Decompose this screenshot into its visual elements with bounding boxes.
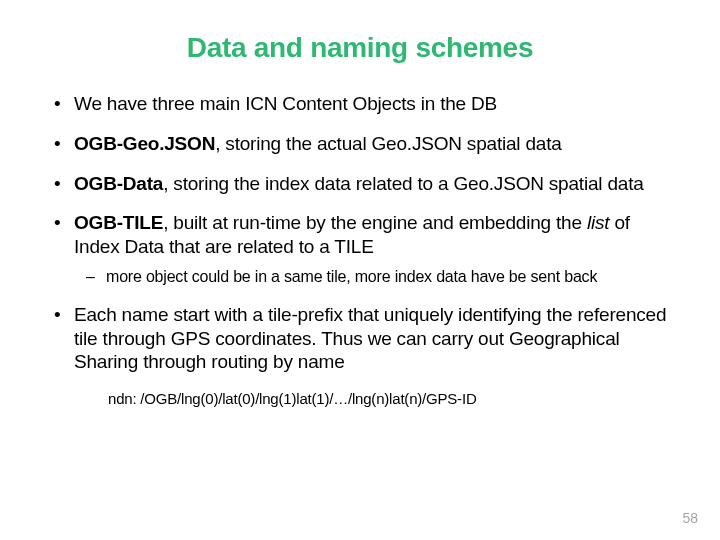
sub-bullet-1-text: more object could be in a same tile, mor… — [106, 268, 597, 285]
bullet-1: We have three main ICN Content Objects i… — [50, 92, 670, 116]
bullet-4: OGB-TILE, built at run-time by the engin… — [50, 211, 670, 287]
sub-bullet-list: more object could be in a same tile, mor… — [74, 267, 670, 287]
bullet-4-bold: OGB-TILE — [74, 212, 163, 233]
bullet-list: We have three main ICN Content Objects i… — [50, 92, 670, 374]
sub-bullet-1: more object could be in a same tile, mor… — [82, 267, 670, 287]
bullet-2-rest: , storing the actual Geo.JSON spatial da… — [215, 133, 561, 154]
bullet-5: Each name start with a tile-prefix that … — [50, 303, 670, 374]
bullet-2: OGB-Geo.JSON, storing the actual Geo.JSO… — [50, 132, 670, 156]
slide-title: Data and naming schemes — [50, 32, 670, 64]
bullet-3-rest: , storing the index data related to a Ge… — [163, 173, 643, 194]
ndn-path-line: ndn: /OGB/lng(0)/lat(0)/lng(1)lat(1)/…/l… — [108, 390, 670, 407]
bullet-1-text: We have three main ICN Content Objects i… — [74, 93, 497, 114]
bullet-2-bold: OGB-Geo.JSON — [74, 133, 215, 154]
bullet-4-italic: list — [587, 212, 609, 233]
bullet-3: OGB-Data, storing the index data related… — [50, 172, 670, 196]
bullet-3-bold: OGB-Data — [74, 173, 163, 194]
page-number: 58 — [682, 510, 698, 526]
slide-container: Data and naming schemes We have three ma… — [0, 0, 720, 540]
bullet-5-text: Each name start with a tile-prefix that … — [74, 304, 666, 373]
bullet-4-rest1: , built at run-time by the engine and em… — [163, 212, 587, 233]
